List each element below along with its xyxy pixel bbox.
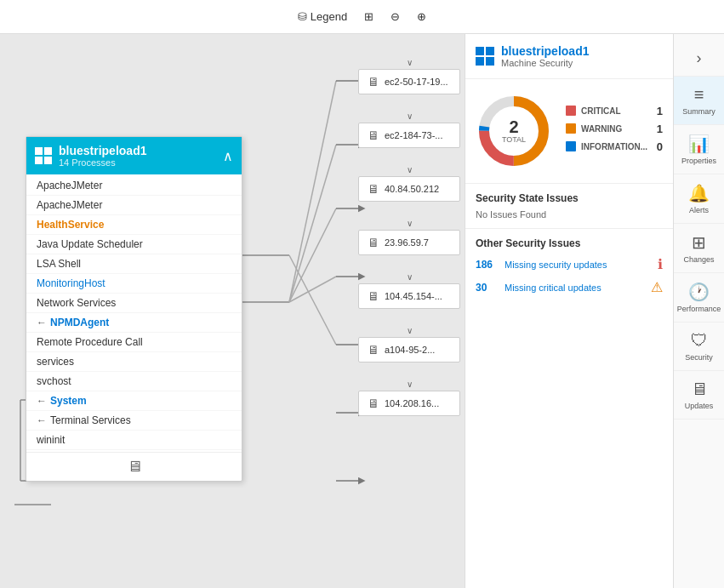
warning-label: WARNING — [581, 124, 622, 134]
list-item[interactable]: Remote Procedure Call — [26, 333, 242, 352]
list-item[interactable]: HealthService — [26, 215, 242, 235]
nav-label-properties: Properties — [681, 157, 716, 165]
zoom-in-button[interactable]: ⊕ — [417, 10, 426, 23]
remote-node-label: 23.96.59.7 — [385, 237, 429, 248]
list-item[interactable]: MonitoringHost — [26, 274, 242, 294]
nav-item-properties[interactable]: 📊 Properties — [674, 125, 724, 174]
remote-nodes-container: ∨ 🖥 ec2-50-17-19... ∨ 🖥 ec2-184-73-... ∨… — [358, 58, 460, 433]
other-issues-section: Other Security Issues 186 Missing securi… — [465, 229, 673, 588]
remote-node-label: 40.84.50.212 — [385, 184, 439, 194]
main-node-card: bluestripeload1 14 Processes ∧ ApacheJMe… — [26, 136, 242, 482]
monitor-icon: 🖥 — [368, 75, 379, 88]
expand-icon-2[interactable]: ∨ — [358, 111, 460, 121]
list-item[interactable]: Network Services — [26, 294, 242, 313]
remote-node-6[interactable]: 🖥 a104-95-2... — [358, 337, 460, 363]
right-panel-header: bluestripeload1 Machine Security — [465, 34, 673, 79]
nav-label-alerts: Alerts — [689, 206, 709, 214]
nav-label-changes: Changes — [683, 255, 714, 264]
info-color — [566, 141, 576, 151]
no-issues-message: No Issues Found — [476, 209, 663, 220]
nav-item-alerts[interactable]: 🔔 Alerts — [674, 174, 724, 224]
remote-node-1[interactable]: 🖥 ec2-50-17-19... — [358, 69, 460, 94]
nav-item-performance[interactable]: 🕐 Performance — [674, 273, 724, 323]
expand-icon-1[interactable]: ∨ — [358, 58, 460, 67]
issue-row-missing-updates[interactable]: 186 Missing security updates ℹ — [476, 256, 663, 272]
security-state-section: Security State Issues No Issues Found — [465, 184, 673, 229]
critical-count: 1 — [657, 105, 663, 117]
nav-item-changes[interactable]: ⊞ Changes — [674, 224, 724, 273]
list-item[interactable]: ApacheJMeter — [26, 196, 242, 215]
list-item-terminal[interactable]: ←Terminal Services — [26, 411, 242, 431]
arrow-left-icon: ← — [37, 395, 47, 407]
monitor-icon: 🖥 — [368, 236, 379, 249]
remote-node-7[interactable]: 🖥 104.208.16... — [358, 391, 460, 416]
remote-group-4: ∨ 🖥 23.96.59.7 — [358, 219, 460, 262]
monitor-icon: 🖥 — [368, 182, 379, 196]
security-icon: 🛡 — [691, 331, 708, 351]
expand-icon-7[interactable]: ∨ — [358, 380, 460, 389]
remote-node-5[interactable]: 🖥 104.45.154-... — [358, 283, 460, 309]
legend-item-critical: CRITICAL 1 — [566, 105, 663, 117]
nav-item-security[interactable]: 🛡 Security — [674, 323, 724, 371]
monitor-icon: 🖥 — [368, 128, 379, 142]
list-item[interactable]: Java Update Scheduler — [26, 235, 242, 254]
remote-node-label: 104.45.154-... — [385, 291, 442, 301]
node-process-list: ApacheJMeter ApacheJMeter HealthService … — [26, 174, 242, 452]
donut-legend: CRITICAL 1 WARNING 1 INFORMATION... 0 — [566, 105, 663, 158]
expand-icon-5[interactable]: ∨ — [358, 272, 460, 282]
main-area: bluestripeload1 14 Processes ∧ ApacheJMe… — [0, 34, 724, 588]
arrow-left-icon: ← — [37, 317, 47, 328]
side-nav-chevron-right[interactable]: › — [674, 41, 724, 77]
issue-count-1: 186 — [476, 259, 499, 271]
list-item-npmdagent[interactable]: ←NPMDAgent — [26, 313, 242, 333]
remote-group-6: ∨ 🖥 a104-95-2... — [358, 326, 460, 369]
donut-chart: 2 TOTAL — [476, 93, 552, 169]
nav-label-security: Security — [685, 353, 713, 362]
legend-item-warning: WARNING 1 — [566, 123, 663, 135]
expand-icon-6[interactable]: ∨ — [358, 326, 460, 335]
grid-button[interactable]: ⊞ — [364, 10, 373, 23]
nav-label-summary: Summary — [682, 107, 715, 116]
monitor-icon: 🖥 — [127, 458, 142, 475]
changes-icon: ⊞ — [692, 232, 706, 253]
remote-node-label: a104-95-2... — [385, 345, 435, 355]
expand-icon-3[interactable]: ∨ — [358, 165, 460, 174]
critical-label: CRITICAL — [581, 106, 621, 116]
monitor-icon: 🖥 — [368, 397, 379, 410]
remote-group-3: ∨ 🖥 40.84.50.212 — [358, 165, 460, 208]
remote-node-3[interactable]: 🖥 40.84.50.212 — [358, 176, 460, 202]
remote-node-4[interactable]: 🖥 23.96.59.7 — [358, 230, 460, 255]
info-label: INFORMATION... — [581, 142, 647, 151]
node-title-group: bluestripeload1 14 Processes — [59, 144, 146, 168]
toolbar: ⛁ Legend ⊞ ⊖ ⊕ — [0, 0, 724, 34]
nav-item-updates[interactable]: 🖥 Updates — [674, 371, 724, 420]
remote-node-2[interactable]: 🖥 ec2-184-73-... — [358, 123, 460, 148]
list-item[interactable]: svchost — [26, 372, 242, 391]
list-item[interactable]: LSA Shell — [26, 254, 242, 274]
expand-icon-4[interactable]: ∨ — [358, 219, 460, 228]
chevron-right-icon: › — [697, 49, 702, 67]
list-item[interactable]: wininit — [26, 431, 242, 450]
issue-label-1: Missing security updates — [505, 260, 653, 270]
remote-node-label: ec2-184-73-... — [385, 130, 442, 140]
critical-issue-icon: ℹ — [658, 256, 663, 272]
canvas-area[interactable]: bluestripeload1 14 Processes ∧ ApacheJMe… — [0, 34, 465, 588]
updates-icon: 🖥 — [691, 380, 708, 399]
legend-icon: ⛁ — [298, 10, 307, 23]
security-state-title: Security State Issues — [476, 192, 663, 204]
alerts-icon: 🔔 — [688, 183, 710, 203]
list-item-system[interactable]: ←System — [26, 391, 242, 411]
list-item[interactable]: ApacheJMeter — [26, 176, 242, 196]
monitor-icon: 🖥 — [368, 289, 379, 303]
remote-group-1: ∨ 🖥 ec2-50-17-19... — [358, 58, 460, 101]
arrow-left-icon: ← — [37, 414, 47, 426]
issue-row-critical-updates[interactable]: 30 Missing critical updates ⚠ — [476, 279, 663, 295]
legend-button[interactable]: ⛁ Legend — [298, 10, 347, 23]
zoom-out-button[interactable]: ⊖ — [391, 10, 400, 23]
remote-group-7: ∨ 🖥 104.208.16... — [358, 380, 460, 423]
remote-group-5: ∨ 🖥 104.45.154-... — [358, 272, 460, 316]
nav-item-summary[interactable]: ≡ Summary — [674, 77, 724, 125]
list-item[interactable]: services — [26, 352, 242, 372]
nav-label-updates: Updates — [685, 402, 714, 410]
collapse-button[interactable]: ∧ — [223, 148, 233, 164]
